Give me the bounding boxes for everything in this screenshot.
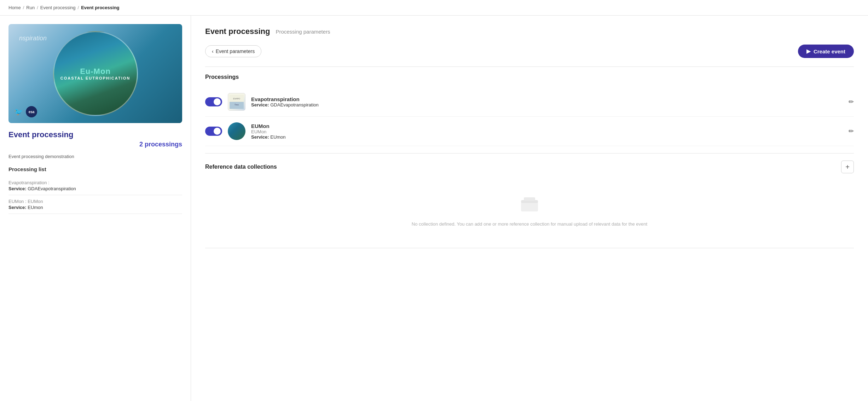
- service-label-2: Service:: [8, 205, 27, 210]
- left-panel-title: Event processing: [8, 130, 182, 139]
- breadcrumb-event-processing[interactable]: Event processing: [40, 5, 76, 10]
- toggle-evapotranspiration[interactable]: [205, 97, 222, 106]
- hero-bg-text: nspiration: [19, 35, 47, 42]
- list-item-name-2: EUMon : EUMon: [8, 199, 182, 204]
- edit-icon-1[interactable]: ✏: [849, 98, 854, 106]
- left-description: Event processing demonstration: [8, 154, 182, 159]
- service-label-r2: Service:: [251, 134, 269, 140]
- empty-state: No collection defined. You can add one o…: [205, 179, 854, 241]
- play-icon: ▶: [806, 48, 811, 54]
- event-parameters-label: Event parameters: [216, 48, 255, 54]
- right-panel-title: Event processing: [205, 27, 270, 36]
- thumb-eumon-circle: [228, 122, 245, 140]
- list-item-service-1: Service: GDAEvapotranspiration: [8, 186, 182, 191]
- divider-3: [205, 248, 854, 248]
- svg-text:EVAPO: EVAPO: [233, 98, 240, 100]
- create-event-label: Create event: [814, 48, 845, 54]
- divider-2: [205, 153, 854, 153]
- proc-service-1: Service: GDAEvapotranspiration: [251, 102, 843, 107]
- esa-logo: esa: [26, 106, 37, 117]
- proc-service-2: Service: EUmon: [251, 134, 843, 140]
- toggle-eumon[interactable]: [205, 127, 222, 136]
- proc-sub-2: EUMon: [251, 129, 843, 134]
- main-layout: nspiration Eu-Mon COASTAL EUTROPHICATION…: [0, 16, 868, 401]
- hero-circle: Eu-Mon COASTAL EUTROPHICATION: [53, 31, 138, 116]
- processing-item-1: EVAPO ©esa Evapotranspiration Service: G…: [205, 87, 854, 117]
- list-item-name-1: Evapotranspiration :: [8, 180, 182, 185]
- service-label-1: Service:: [8, 186, 27, 191]
- service-value-r1: GDAEvapotranspiration: [270, 102, 319, 107]
- right-panel: Event processing Processing parameters ‹…: [191, 16, 868, 401]
- processing-item-2: EUMon EUMon Service: EUmon ✏: [205, 117, 854, 146]
- divider-1: [205, 66, 854, 67]
- event-parameters-button[interactable]: ‹ Event parameters: [205, 45, 261, 57]
- service-value-1: GDAEvapotranspiration: [28, 186, 76, 191]
- processings-count: 2 processings: [8, 141, 182, 148]
- service-value-2: EUmon: [28, 205, 43, 210]
- breadcrumb-run[interactable]: Run: [26, 5, 35, 10]
- svg-rect-6: [524, 197, 535, 201]
- empty-state-icon: [518, 193, 541, 216]
- list-item-service-2: Service: EUmon: [8, 205, 182, 210]
- proc-name-1: Evapotranspiration: [251, 96, 843, 102]
- processing-info-1: Evapotranspiration Service: GDAEvapotran…: [251, 96, 843, 107]
- breadcrumb-sep-2: /: [37, 5, 38, 10]
- plus-icon: +: [845, 163, 850, 171]
- thumb-evapotranspiration: EVAPO ©esa: [228, 93, 245, 111]
- back-arrow-icon: ‹: [212, 48, 214, 54]
- processing-info-2: EUMon EUMon Service: EUmon: [251, 123, 843, 140]
- hero-image: nspiration Eu-Mon COASTAL EUTROPHICATION…: [8, 24, 182, 123]
- breadcrumb-current: Event processing: [81, 5, 119, 10]
- hero-circle-title: Eu-Mon: [80, 67, 111, 76]
- edit-icon-2[interactable]: ✏: [849, 127, 854, 135]
- empty-state-text: No collection defined. You can add one o…: [412, 221, 647, 227]
- thumb-eumon: [228, 122, 245, 140]
- breadcrumb: Home / Run / Event processing / Event pr…: [0, 0, 868, 16]
- breadcrumb-home[interactable]: Home: [8, 5, 21, 10]
- bird-icon: 🐦: [14, 107, 23, 116]
- service-label-r1: Service:: [251, 102, 269, 107]
- breadcrumb-sep-3: /: [78, 5, 79, 10]
- header-buttons: ‹ Event parameters ▶ Create event: [205, 45, 854, 58]
- right-panel-subtitle: Processing parameters: [276, 29, 330, 35]
- ref-section-header: Reference data collections +: [205, 161, 854, 173]
- processing-list-title: Processing list: [8, 166, 182, 172]
- hero-circle-subtitle: COASTAL EUTROPHICATION: [60, 76, 130, 80]
- ref-section-title: Reference data collections: [205, 164, 277, 170]
- hero-logos: 🐦 esa: [14, 106, 37, 117]
- list-item: EUMon : EUMon Service: EUmon: [8, 195, 182, 214]
- right-header: Event processing Processing parameters: [205, 27, 854, 36]
- list-item: Evapotranspiration : Service: GDAEvapotr…: [8, 176, 182, 195]
- left-panel: nspiration Eu-Mon COASTAL EUTROPHICATION…: [0, 16, 191, 401]
- add-collection-button[interactable]: +: [841, 161, 854, 173]
- create-event-button[interactable]: ▶ Create event: [798, 45, 854, 58]
- breadcrumb-sep-1: /: [23, 5, 24, 10]
- service-value-r2: EUmon: [270, 134, 285, 140]
- svg-text:©esa: ©esa: [235, 104, 239, 106]
- processings-section-title: Processings: [205, 74, 854, 80]
- proc-name-2: EUMon: [251, 123, 843, 129]
